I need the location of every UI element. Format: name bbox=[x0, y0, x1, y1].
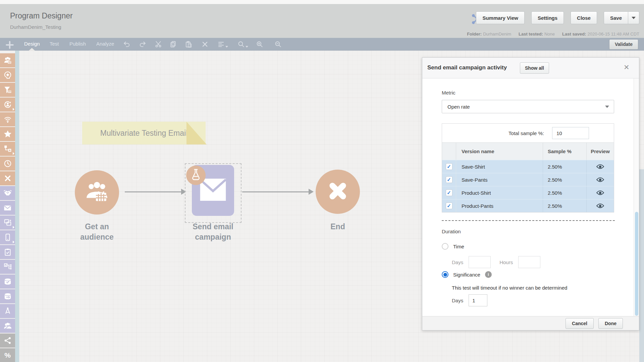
test-flask-badge bbox=[186, 166, 206, 185]
version-checkbox[interactable] bbox=[446, 176, 452, 183]
time-hours-input[interactable] bbox=[518, 256, 540, 268]
tab-analyze[interactable]: Analyze bbox=[96, 41, 114, 47]
tab-publish[interactable]: Publish bbox=[69, 41, 86, 47]
column-sample: Sample % bbox=[543, 143, 586, 160]
palette-item-contacts[interactable] bbox=[0, 319, 15, 333]
metric-dropdown[interactable]: Open rate bbox=[442, 100, 614, 113]
palette-item-data-check[interactable] bbox=[0, 275, 15, 289]
select-all-column bbox=[442, 143, 456, 160]
palette-item-signal[interactable] bbox=[0, 112, 15, 126]
paste-icon[interactable] bbox=[185, 41, 192, 48]
significance-days-label: Days bbox=[452, 298, 463, 303]
node-label-get-audience: Get anaudience bbox=[60, 222, 134, 242]
time-hours-label: Hours bbox=[499, 259, 513, 265]
done-button[interactable]: Done bbox=[598, 318, 623, 329]
scrollbar-thumb[interactable] bbox=[635, 212, 638, 316]
cut-icon[interactable] bbox=[155, 41, 162, 48]
palette-item-recycle-audience[interactable] bbox=[0, 98, 15, 112]
close-icon[interactable]: ✕ bbox=[624, 63, 630, 71]
show-all-button[interactable]: Show all bbox=[520, 62, 549, 74]
zoom-in-icon[interactable] bbox=[256, 41, 263, 48]
window-top-strip bbox=[0, 0, 644, 4]
undo-icon[interactable] bbox=[123, 41, 130, 48]
settings-button[interactable]: Settings bbox=[531, 11, 564, 24]
palette-item-design-tools[interactable] bbox=[0, 304, 15, 318]
palette-item-email[interactable] bbox=[0, 201, 15, 215]
palette-item-percentage[interactable]: % bbox=[0, 348, 15, 362]
delete-icon[interactable] bbox=[201, 41, 209, 48]
active-tab-notch bbox=[29, 48, 35, 51]
palette-item-form[interactable] bbox=[0, 245, 15, 259]
copy-icon[interactable] bbox=[169, 41, 177, 48]
table-row: Save-Pants 2.50% bbox=[442, 173, 614, 186]
palette-item-handshake[interactable] bbox=[0, 186, 15, 200]
significance-days-input[interactable] bbox=[469, 294, 487, 306]
version-sample: 2.50% bbox=[543, 186, 586, 199]
summary-view-button[interactable]: Summary View bbox=[476, 11, 524, 24]
version-checkbox[interactable] bbox=[446, 189, 452, 196]
chevron-down-icon bbox=[632, 17, 636, 19]
node-label-end: End bbox=[301, 222, 375, 232]
zoom-out-icon[interactable] bbox=[274, 41, 282, 48]
node-get-audience[interactable] bbox=[75, 170, 119, 215]
save-button[interactable]: Save bbox=[604, 11, 628, 24]
validate-button[interactable]: Validate bbox=[609, 39, 638, 50]
timeout-help-text: This test will timeout if no winner can … bbox=[452, 285, 567, 291]
align-icon[interactable] bbox=[217, 41, 228, 48]
time-radio[interactable] bbox=[442, 243, 448, 250]
section-divider bbox=[442, 220, 615, 221]
palette-item-audience[interactable] bbox=[0, 53, 15, 67]
palette-item-data-export[interactable] bbox=[0, 289, 15, 303]
version-name: Save-Shirt bbox=[456, 164, 543, 170]
metric-label: Metric bbox=[442, 90, 455, 96]
palette-item-wait[interactable] bbox=[0, 157, 15, 171]
version-name: Save-Pants bbox=[456, 177, 543, 183]
version-checkbox[interactable] bbox=[446, 202, 452, 209]
connector-arrowhead bbox=[309, 189, 314, 195]
folder-value: DurhamDenim bbox=[483, 32, 511, 37]
total-sample-row: Total sample %: bbox=[442, 124, 614, 142]
redo-icon[interactable] bbox=[139, 41, 146, 48]
panel-footer: Cancel Done bbox=[422, 316, 639, 330]
time-days-input[interactable] bbox=[469, 256, 491, 268]
version-name: Product-Pants bbox=[456, 203, 543, 209]
palette-item-decision[interactable] bbox=[0, 68, 15, 82]
palette-item-landing-page[interactable] bbox=[0, 216, 15, 230]
time-option-label: Time bbox=[453, 244, 464, 249]
palette-item-share[interactable] bbox=[0, 334, 15, 348]
tab-test[interactable]: Test bbox=[50, 41, 59, 47]
version-checkbox[interactable] bbox=[446, 163, 452, 170]
palette-item-action-flow[interactable] bbox=[0, 142, 15, 156]
panel-scrollbar[interactable] bbox=[634, 78, 639, 317]
flask-icon bbox=[191, 169, 201, 182]
palette-item-filter-feeder[interactable] bbox=[0, 83, 15, 97]
version-sample: 2.50% bbox=[543, 160, 586, 173]
preview-eye-icon[interactable] bbox=[596, 190, 604, 195]
close-button[interactable]: Close bbox=[571, 11, 597, 24]
palette-item-end[interactable] bbox=[0, 171, 15, 185]
zoom-icon[interactable] bbox=[237, 41, 248, 48]
total-sample-input[interactable] bbox=[552, 127, 589, 139]
canvas-right-scrollbar[interactable] bbox=[639, 169, 644, 362]
cancel-button[interactable]: Cancel bbox=[566, 318, 594, 329]
connector-arrow bbox=[242, 191, 309, 192]
node-label-send-email: Send emailcampaign bbox=[176, 222, 250, 242]
duration-label: Duration bbox=[442, 229, 461, 234]
significance-radio[interactable] bbox=[442, 271, 448, 278]
preview-eye-icon[interactable] bbox=[596, 164, 604, 169]
node-end[interactable] bbox=[316, 170, 360, 214]
add-step-icon[interactable] bbox=[5, 41, 14, 49]
tab-design[interactable]: Design bbox=[24, 41, 40, 47]
preview-eye-icon[interactable] bbox=[596, 177, 604, 182]
toolbar: Design Test Publish Analyze Validate bbox=[0, 38, 644, 51]
app-header: Program Designer DurhamDenim_Testing Sum… bbox=[0, 4, 644, 38]
preview-eye-icon[interactable] bbox=[596, 203, 604, 208]
palette-item-mobile[interactable] bbox=[0, 230, 15, 244]
palette-item-decision-tree[interactable] bbox=[0, 260, 15, 274]
version-name: Product-Shirt bbox=[456, 190, 543, 196]
version-sample: 2.50% bbox=[543, 173, 586, 186]
palette-item-favorite[interactable] bbox=[0, 127, 15, 141]
chevron-down-icon bbox=[246, 46, 248, 48]
save-dropdown-button[interactable] bbox=[628, 11, 639, 24]
info-icon[interactable]: i bbox=[485, 271, 492, 278]
